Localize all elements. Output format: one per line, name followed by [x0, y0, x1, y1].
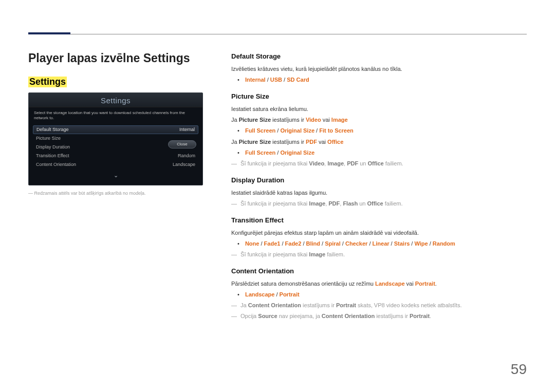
- panel-title: Settings: [29, 93, 202, 107]
- header-rule: [28, 34, 527, 34]
- header-accent: [28, 32, 70, 34]
- cond-picture-size-2: Ja Picture Size iestatījums ir PDF vai O…: [231, 138, 527, 146]
- desc-display-duration: Iestatiet slaidrādē katras lapas ilgumu.: [231, 189, 527, 197]
- row-value: Random: [178, 153, 195, 158]
- desc-picture-size: Iestatiet satura ekrāna lielumu.: [231, 105, 527, 114]
- panel-description: Select the storage location that you wan…: [29, 107, 202, 125]
- desc-default-storage: Izvēlieties krātuves vietu, kurā lejupie…: [231, 65, 527, 73]
- note-transition-effect: Šī funkcija ir pieejama tikai Image fail…: [231, 250, 527, 259]
- note-display-duration: Šī funkcija ir pieejama tikai Image, PDF…: [231, 199, 527, 208]
- row-content-orientation[interactable]: Content Orientation Landscape: [33, 160, 198, 169]
- row-label: Display Duration: [36, 144, 70, 150]
- row-label: Transition Effect: [36, 153, 69, 158]
- page-title: Player lapas izvēlne Settings: [28, 51, 213, 65]
- heading-content-orientation: Content Orientation: [231, 266, 527, 276]
- options-default-storage: Internal / USB / SD Card: [237, 76, 527, 84]
- row-default-storage[interactable]: Default Storage Internal: [33, 125, 198, 134]
- options-content-orientation: Landscape / Portrait: [237, 290, 527, 299]
- heading-display-duration: Display Duration: [231, 175, 527, 185]
- row-label: Default Storage: [36, 127, 69, 132]
- row-value: Internal: [179, 127, 195, 132]
- options-picture-size-1: Full Screen / Original Size / Fit to Scr…: [237, 126, 527, 135]
- cond-picture-size-1: Ja Picture Size iestatījums ir Video vai…: [231, 116, 527, 124]
- desc-transition-effect: Konfigurējiet pārejas efektus starp lapā…: [231, 229, 527, 237]
- note-picture-size: Šī funkcija ir pieejama tikai Video, Ima…: [231, 159, 527, 168]
- left-column: Player lapas izvēlne Settings Settings S…: [28, 51, 213, 196]
- page-number: 59: [511, 361, 527, 378]
- right-column: Default Storage Izvēlieties krātuves vie…: [231, 51, 527, 323]
- heading-transition-effect: Transition Effect: [231, 215, 527, 226]
- options-transition-effect: None / Fade1 / Fade2 / Blind / Spiral / …: [237, 239, 527, 248]
- options-picture-size-2: Full Screen / Original Size: [237, 148, 527, 157]
- row-label: Content Orientation: [36, 162, 76, 167]
- chevron-down-icon[interactable]: ⌄: [29, 172, 202, 179]
- row-value: Landscape: [173, 162, 195, 167]
- image-disclaimer: Redzamais attēls var būt atšķirīgs atkar…: [28, 191, 213, 196]
- settings-highlight: Settings: [28, 77, 67, 87]
- row-label: Picture Size: [36, 136, 61, 141]
- note-content-orientation-1: Ja Content Orientation iestatījums ir Po…: [231, 301, 527, 310]
- heading-default-storage: Default Storage: [231, 51, 527, 62]
- row-transition-effect[interactable]: Transition Effect Random: [33, 152, 198, 160]
- note-content-orientation-2: Opcija Source nav pieejama, ja Content O…: [231, 312, 527, 321]
- settings-panel: Settings Select the storage location tha…: [28, 92, 203, 185]
- close-button[interactable]: Close: [168, 140, 196, 148]
- desc-content-orientation: Pārslēdziet satura demonstrēšanas orient…: [231, 279, 527, 288]
- heading-picture-size: Picture Size: [231, 91, 527, 102]
